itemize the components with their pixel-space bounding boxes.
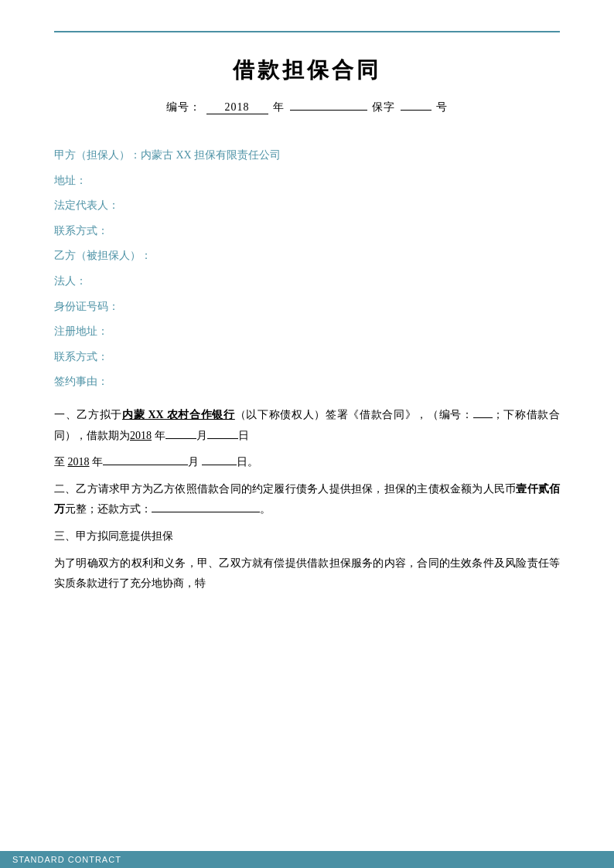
section1-blank5 [202, 465, 237, 465]
reason-label: 签约事由： [54, 376, 108, 387]
number-year-char: 年 [273, 101, 285, 113]
footer-label: STANDARD CONTRACT [12, 855, 121, 864]
body-block: 为了明确双方的权利和义务，甲、乙双方就有偿提供借款担保服务的内容，合同的生效条件… [54, 553, 560, 594]
section1-bank: 内蒙 XX 农村合作银行 [122, 409, 235, 420]
party-a-row: 甲方（担保人）：内蒙古 XX 担保有限责任公司 [54, 145, 560, 166]
section1-blank3 [207, 438, 238, 439]
id-row: 身份证号码： [54, 297, 560, 318]
contact2-row: 联系方式： [54, 347, 560, 368]
number-year: 2018 [206, 101, 268, 114]
section1-month2: 月 [188, 456, 202, 468]
section1-prefix: 一、乙方拟于 [54, 409, 122, 420]
section1-year1: 2018 [130, 430, 152, 441]
section3-text: 三、甲方拟同意提供担保 [54, 530, 173, 542]
party-a-label: 甲方（担保人）： [54, 149, 141, 161]
party-a-name: 内蒙古 XX 担保有限责任公司 [141, 149, 281, 161]
legal-person-row: 法人： [54, 271, 560, 292]
party-b-label: 乙方（被担保人）： [54, 250, 152, 261]
document-title: 借款担保合同 [54, 56, 560, 85]
section2-end: 元整；还款方式： [65, 503, 152, 515]
body-text: 为了明确双方的权利和义务，甲、乙双方就有偿提供借款担保服务的内容，合同的生效条件… [54, 557, 560, 590]
section1-block: 一、乙方拟于内蒙 XX 农村合作银行（以下称债权人）签署《借款合同》，（编号：；… [54, 405, 560, 446]
section1-month: 月 [196, 430, 207, 441]
section2-text: 二、乙方请求甲方为乙方依照借款合同的约定履行债务人提供担保，担保的主债权金额为人… [54, 483, 516, 495]
address-label: 地址： [54, 175, 87, 186]
number-hao: 号 [436, 101, 448, 113]
section1-blank1 [473, 417, 493, 418]
number-bao-blank [401, 110, 432, 111]
section2-period: 。 [260, 503, 271, 515]
contact-label: 联系方式： [54, 225, 108, 237]
number-bao: 保字 [372, 101, 395, 113]
reg-address-row: 注册地址： [54, 322, 560, 342]
section1-to: 至 [54, 456, 68, 468]
section1-mid: （以下称债权人）签署《借款合同》，（编号： [235, 409, 473, 420]
address-row: 地址： [54, 171, 560, 192]
legal-rep-label: 法定代表人： [54, 199, 119, 211]
contact2-label: 联系方式： [54, 351, 108, 363]
number-serial [290, 110, 367, 111]
footer-bar: STANDARD CONTRACT [0, 851, 614, 868]
legal-rep-row: 法定代表人： [54, 196, 560, 216]
section1-blank2 [165, 438, 196, 439]
section1-day: 日 [238, 430, 249, 441]
section3-block: 三、甲方拟同意提供担保 [54, 526, 560, 547]
section1-nian: 年 [152, 430, 165, 441]
reason-row: 签约事由： [54, 372, 560, 393]
top-border [54, 31, 560, 32]
number-label-text: 编号： [166, 101, 201, 113]
contract-number: 编号： 2018 年 保字 号 [54, 100, 560, 114]
reg-address-label: 注册地址： [54, 325, 108, 337]
document-page: 借款担保合同 编号： 2018 年 保字 号 甲方（担保人）：内蒙古 XX 担保… [0, 0, 614, 868]
section2-block: 二、乙方请求甲方为乙方依照借款合同的约定履行债务人提供担保，担保的主债权金额为人… [54, 479, 560, 520]
id-label: 身份证号码： [54, 301, 119, 312]
section1-day2: 日。 [237, 456, 258, 468]
section1-year2: 2018 [68, 456, 90, 468]
section1-blank4 [103, 465, 188, 465]
section2-blank [152, 512, 260, 512]
section1-nian2: 年 [90, 456, 104, 468]
legal-person-label: 法人： [54, 275, 87, 287]
contact-row: 联系方式： [54, 221, 560, 242]
section1-block2: 至 2018 年月 日。 [54, 452, 560, 473]
party-b-row: 乙方（被担保人）： [54, 246, 560, 267]
